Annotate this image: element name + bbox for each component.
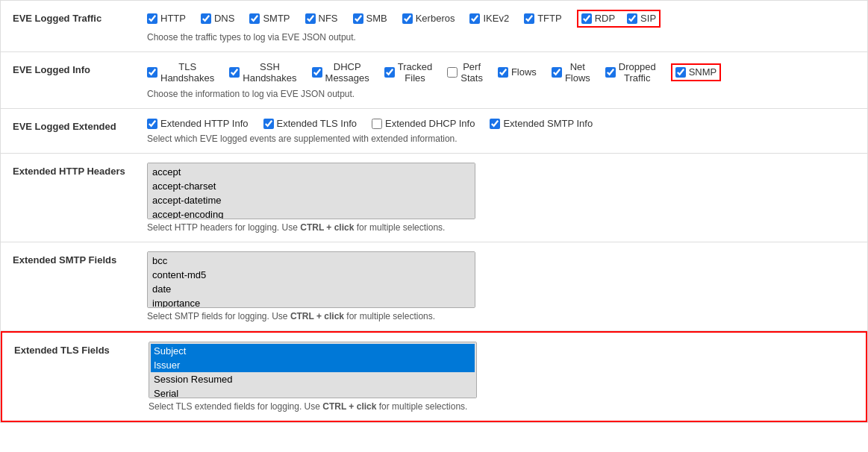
smtp-field-option-importance[interactable]: importance <box>149 296 473 308</box>
eve-logged-traffic-section: EVE Logged Traffic HTTP DNS SMTP <box>1 1 867 52</box>
eve-logged-extended-content: Extended HTTP Info Extended TLS Info Ext… <box>147 118 855 145</box>
checkbox-ikev2[interactable]: IKEv2 <box>469 13 509 25</box>
tls-fields-select-container: Subject Issuer Session Resumed Serial <box>149 342 854 398</box>
checkbox-nfs[interactable]: NFS <box>305 13 338 25</box>
http-headers-select[interactable]: accept accept-charset accept-datetime ac… <box>147 163 475 219</box>
smtp-field-option-content-md5[interactable]: content-md5 <box>149 268 473 282</box>
traffic-helper-text: Choose the traffic types to log via EVE … <box>147 32 855 43</box>
extended-helper-text: Select which EVE logged events are suppl… <box>147 134 855 144</box>
checkbox-rdp[interactable]: RDP <box>581 13 615 25</box>
checkbox-tls-handshakes[interactable]: TLSHandshakes <box>147 61 214 84</box>
checkbox-extended-tls[interactable]: Extended TLS Info <box>263 118 357 130</box>
smtp-fields-select-container: bcc content-md5 date importance <box>147 251 855 308</box>
checkbox-smtp[interactable]: SMTP <box>249 13 290 25</box>
info-checkboxes-row: TLSHandshakes SSHHandshakes DHCPMessages… <box>147 61 855 84</box>
checkbox-net-flows[interactable]: NetFlows <box>552 61 590 84</box>
http-header-option-accept[interactable]: accept <box>149 165 473 179</box>
tls-field-option-session-resumed[interactable]: Session Resumed <box>151 372 475 386</box>
checkbox-sip[interactable]: SIP <box>627 13 656 25</box>
tls-field-option-serial[interactable]: Serial <box>151 386 475 398</box>
http-headers-helper: Select HTTP headers for logging. Use CTR… <box>147 222 855 233</box>
extended-smtp-fields-label: Extended SMTP Fields <box>13 251 147 266</box>
settings-container: EVE Logged Traffic HTTP DNS SMTP <box>0 0 868 423</box>
checkbox-extended-smtp[interactable]: Extended SMTP Info <box>490 118 593 130</box>
eve-logged-info-content: TLSHandshakes SSHHandshakes DHCPMessages… <box>147 61 855 99</box>
extended-checkboxes-row: Extended HTTP Info Extended TLS Info Ext… <box>147 118 855 130</box>
checkbox-tracked-files[interactable]: TrackedFiles <box>384 61 432 84</box>
info-helper-text: Choose the information to log via EVE JS… <box>147 89 855 99</box>
rdp-sip-highlight-box: RDP SIP <box>577 10 661 28</box>
http-headers-select-container: accept accept-charset accept-datetime ac… <box>147 163 855 219</box>
checkbox-tftp[interactable]: TFTP <box>524 13 562 25</box>
eve-logged-extended-section: EVE Logged Extended Extended HTTP Info E… <box>1 109 867 154</box>
eve-logged-extended-label: EVE Logged Extended <box>13 118 147 132</box>
tls-fields-helper: Select TLS extended fields for logging. … <box>149 401 854 412</box>
smtp-field-option-date[interactable]: date <box>149 282 473 296</box>
traffic-checkboxes-row: HTTP DNS SMTP NFS <box>147 10 855 28</box>
snmp-highlight-box: SNMP <box>671 63 722 81</box>
http-header-option-accept-charset[interactable]: accept-charset <box>149 179 473 193</box>
checkbox-smb[interactable]: SMB <box>353 13 387 25</box>
smtp-field-option-bcc[interactable]: bcc <box>149 254 473 268</box>
smtp-fields-helper: Select SMTP fields for logging. Use CTRL… <box>147 311 855 321</box>
checkbox-kerberos[interactable]: Kerberos <box>402 13 455 25</box>
tls-fields-select[interactable]: Subject Issuer Session Resumed Serial <box>149 342 477 398</box>
extended-tls-fields-label: Extended TLS Fields <box>14 342 149 356</box>
extended-tls-fields-content: Subject Issuer Session Resumed Serial Se… <box>149 342 854 412</box>
http-header-option-accept-encoding[interactable]: accept-encoding <box>149 207 473 219</box>
eve-logged-traffic-label: EVE Logged Traffic <box>13 10 147 24</box>
checkbox-dns[interactable]: DNS <box>201 13 234 25</box>
extended-http-headers-section: Extended HTTP Headers accept accept-char… <box>1 154 867 242</box>
tls-field-option-subject[interactable]: Subject <box>151 344 475 358</box>
checkbox-http[interactable]: HTTP <box>147 13 186 25</box>
extended-http-headers-label: Extended HTTP Headers <box>13 163 147 177</box>
extended-smtp-fields-section: Extended SMTP Fields bcc content-md5 dat… <box>1 242 867 331</box>
extended-smtp-fields-content: bcc content-md5 date importance Select S… <box>147 251 855 321</box>
http-header-option-accept-datetime[interactable]: accept-datetime <box>149 193 473 207</box>
extended-tls-fields-section: Extended TLS Fields Subject Issuer Sessi… <box>1 331 867 422</box>
checkbox-extended-http[interactable]: Extended HTTP Info <box>147 118 249 130</box>
checkbox-extended-dhcp[interactable]: Extended DHCP Info <box>372 118 475 130</box>
smtp-fields-select[interactable]: bcc content-md5 date importance <box>147 251 475 308</box>
extended-http-headers-content: accept accept-charset accept-datetime ac… <box>147 163 855 233</box>
checkbox-flows[interactable]: Flows <box>498 66 537 78</box>
checkbox-dhcp-messages[interactable]: DHCPMessages <box>312 61 369 84</box>
eve-logged-traffic-content: HTTP DNS SMTP NFS <box>147 10 855 43</box>
checkbox-dropped-traffic[interactable]: DroppedTraffic <box>605 61 656 84</box>
eve-logged-info-label: EVE Logged Info <box>13 61 147 75</box>
tls-field-option-issuer[interactable]: Issuer <box>151 358 475 372</box>
eve-logged-info-section: EVE Logged Info TLSHandshakes SSHHandsha… <box>1 52 867 109</box>
checkbox-ssh-handshakes[interactable]: SSHHandshakes <box>229 61 296 84</box>
checkbox-perf-stats[interactable]: PerfStats <box>447 61 483 84</box>
checkbox-snmp[interactable]: SNMP <box>675 66 717 78</box>
